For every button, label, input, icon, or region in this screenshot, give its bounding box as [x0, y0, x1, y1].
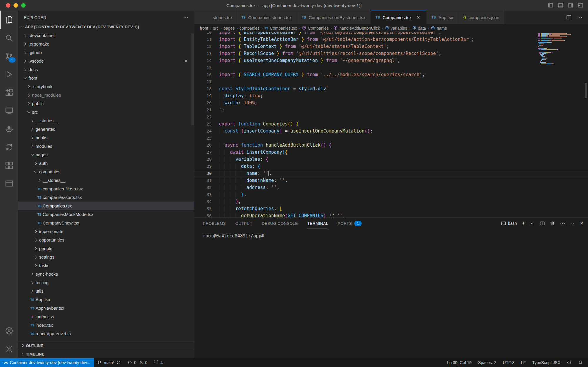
- kill-terminal-icon[interactable]: [550, 221, 555, 226]
- panel-tab-output[interactable]: OUTPUT: [235, 218, 252, 229]
- code-line-21[interactable]: 21`;: [194, 106, 588, 113]
- code-line-35[interactable]: 35 refetchQueries: [: [194, 205, 588, 212]
- code-line-15[interactable]: 15: [194, 64, 588, 71]
- feedback[interactable]: [564, 358, 575, 367]
- code-line-16[interactable]: 16import { SEARCH_COMPANY_QUERY } from '…: [194, 71, 588, 78]
- code-line-20[interactable]: 20 width: 100%;: [194, 99, 588, 106]
- tree-item-impersonate[interactable]: impersonate: [18, 227, 194, 236]
- activity-run-and-debug[interactable]: [0, 65, 18, 83]
- close-window-button[interactable]: [6, 3, 10, 8]
- code-line-32[interactable]: 32 address: '',: [194, 184, 588, 191]
- code-line-30[interactable]: 30 name: '',: [194, 170, 588, 177]
- remote-indicator[interactable]: >< Container dev-twenty-dev (dev-twenty-…: [0, 358, 94, 367]
- tree-item-front[interactable]: front: [18, 74, 194, 82]
- breadcrumb-item-handleaddbuttonclick[interactable]: handleAddButtonClick: [333, 26, 380, 31]
- tab-app-tsx[interactable]: TSApp.tsx: [427, 11, 458, 24]
- notifications[interactable]: [575, 358, 586, 367]
- terminal-dropdown-icon[interactable]: [530, 221, 535, 226]
- tree-item-testing[interactable]: testing: [18, 278, 194, 287]
- code-line-27[interactable]: 27 await insertCompany({: [194, 149, 588, 156]
- tree-item-companiesmockmode-tsx[interactable]: TSCompaniesMockMode.tsx: [18, 210, 194, 219]
- ports-indicator[interactable]: 4: [151, 358, 166, 367]
- breadcrumb-item-companies-tsx[interactable]: TSCompanies.tsx: [264, 26, 297, 31]
- timeline-section[interactable]: TIMELINE: [18, 350, 194, 358]
- tab-companies-tsx[interactable]: TSCompanies.tsx×: [371, 11, 427, 24]
- activity-extensions[interactable]: [0, 83, 18, 102]
- activity-settings-gear[interactable]: [0, 340, 18, 358]
- tree-item-appnavbar-tsx[interactable]: TSAppNavbar.tsx: [18, 304, 194, 312]
- explorer-more-actions-icon[interactable]: ⋯: [183, 14, 188, 21]
- eol-sequence[interactable]: LF: [518, 358, 529, 367]
- tree-item-companies[interactable]: companies: [18, 167, 194, 176]
- code-line-11[interactable]: 11import { EntityTableActionBar } from '…: [194, 36, 588, 43]
- tree-item-stories[interactable]: __stories__: [18, 116, 194, 125]
- toggle-panel-icon[interactable]: [558, 3, 563, 8]
- breadcrumb-item-data[interactable]: data: [412, 26, 426, 31]
- panel-tab-problems[interactable]: PROBLEMS: [203, 218, 226, 229]
- code-line-18[interactable]: 18const StyledTableContainer = styled.di…: [194, 85, 588, 92]
- tree-item-hooks[interactable]: hooks: [18, 133, 194, 142]
- activity-sync[interactable]: [0, 138, 18, 156]
- tab-companies-sortby-stories-tsx[interactable]: TSCompanies.sortBy.stories.tsx: [297, 11, 371, 24]
- code-line-29[interactable]: 29 data: {: [194, 163, 588, 170]
- customize-layout-icon[interactable]: [578, 3, 583, 8]
- tree-item-sync-hooks[interactable]: sync-hooks: [18, 270, 194, 278]
- problems-indicator[interactable]: 0 0: [124, 358, 151, 367]
- breadcrumb-item-variables[interactable]: variables: [385, 26, 407, 31]
- code-line-28[interactable]: 28 variables: {: [194, 156, 588, 163]
- minimap[interactable]: [538, 33, 575, 65]
- panel-tab-ports[interactable]: PORTS1: [338, 218, 362, 229]
- close-panel-icon[interactable]: ×: [580, 221, 583, 226]
- encoding[interactable]: UTF-8: [500, 358, 518, 367]
- code-line-14[interactable]: 14import { useInsertOneCompanyMutation }…: [194, 57, 588, 64]
- tree-item-utils[interactable]: utils: [18, 287, 194, 295]
- code-line-19[interactable]: 19 display: flex;: [194, 92, 588, 99]
- code-line-24[interactable]: 24 const [insertCompany] = useInsertOneC…: [194, 128, 588, 135]
- code-line-23[interactable]: 23export function Companies() {: [194, 120, 588, 128]
- maximize-panel-icon[interactable]: [570, 221, 575, 226]
- tree-item-auth[interactable]: auth: [18, 159, 194, 167]
- activity-remote-explorer[interactable]: [0, 102, 18, 120]
- tab-stories-tsx[interactable]: stories.tsx: [194, 11, 236, 24]
- split-editor-icon[interactable]: [566, 15, 572, 20]
- git-branch-indicator[interactable]: main*: [94, 358, 124, 367]
- code-line-25[interactable]: 25: [194, 135, 588, 142]
- split-terminal-icon[interactable]: [540, 221, 545, 226]
- tree-item-ergomake[interactable]: .ergomake: [18, 40, 194, 48]
- activity-docker[interactable]: [0, 120, 18, 138]
- tree-item-react-app-env-d-ts[interactable]: TSreact-app-env.d.ts: [18, 329, 194, 338]
- breadcrumb-item-name[interactable]: name: [431, 26, 447, 31]
- breadcrumb-item-companies[interactable]: Companies: [302, 26, 329, 31]
- zoom-window-button[interactable]: [21, 3, 26, 8]
- more-editor-actions-icon[interactable]: ⋯: [577, 14, 582, 21]
- tree-item-index-tsx[interactable]: TSindex.tsx: [18, 321, 194, 329]
- tree-item-docs[interactable]: docs: [18, 65, 194, 74]
- tree-item-opportunities[interactable]: opportunities: [18, 236, 194, 244]
- code-line-31[interactable]: 31 domainName: '',: [194, 177, 588, 184]
- tab-companies-json[interactable]: {}companies.json: [458, 11, 505, 24]
- editor-scrollbar[interactable]: [585, 83, 587, 98]
- code-line-34[interactable]: 34 },: [194, 198, 588, 205]
- tree-item-node-modules[interactable]: node_modules: [18, 91, 194, 99]
- tree-item-github[interactable]: .github: [18, 48, 194, 57]
- tree-item-storybook[interactable]: .storybook: [18, 82, 194, 91]
- toggle-primary-sidebar-icon[interactable]: [548, 3, 553, 8]
- tree-item-companyshow-tsx[interactable]: TSCompanyShow.tsx: [18, 219, 194, 227]
- tree-item-vscode[interactable]: .vscode: [18, 57, 194, 65]
- breadcrumb-item-companies[interactable]: companies: [240, 26, 260, 31]
- activity-source-control[interactable]: 1: [0, 47, 18, 65]
- code-line-26[interactable]: 26 async function handleAddButtonClick()…: [194, 142, 588, 149]
- tree-item-companies-filters-tsx[interactable]: TScompanies-filters.tsx: [18, 185, 194, 193]
- activity-explorer[interactable]: [0, 11, 18, 29]
- panel-tab-debug-console[interactable]: DEBUG CONSOLE: [262, 218, 298, 229]
- tree-item-settings[interactable]: settings: [18, 253, 194, 261]
- code-editor[interactable]: 10import { WithTopBarContainer } from '@…: [194, 32, 588, 217]
- activity-preview[interactable]: [0, 175, 18, 193]
- explorer-section-header[interactable]: APP [CONTAINER DEV-TWENTY-DEV (DEV-TWENT…: [18, 22, 194, 31]
- tree-item-public[interactable]: public: [18, 99, 194, 108]
- code-line-22[interactable]: 22: [194, 113, 588, 120]
- shell-selector[interactable]: bash: [501, 221, 517, 226]
- tree-item-pages[interactable]: pages: [18, 150, 194, 159]
- tree-item-tasks[interactable]: tasks: [18, 261, 194, 270]
- code-line-12[interactable]: 12import { TableContext } from '@/ui/tab…: [194, 43, 588, 50]
